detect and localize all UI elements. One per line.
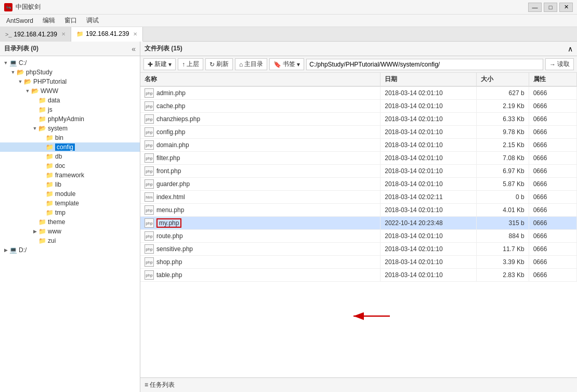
close-button[interactable]: ✕ bbox=[559, 3, 573, 12]
file-icon: php bbox=[145, 257, 154, 267]
new-label: 新建 bbox=[154, 60, 167, 69]
table-row[interactable]: phpfront.php2018-03-14 02:01:106.97 Kb06… bbox=[140, 165, 577, 178]
go-button[interactable]: → 读取 bbox=[545, 58, 574, 70]
table-row[interactable]: phpadmin.php2018-03-14 02:01:10627 b0666 bbox=[140, 86, 577, 100]
table-row[interactable]: phpcache.php2018-03-14 02:01:102.19 Kb06… bbox=[140, 100, 577, 113]
tab-terminal[interactable]: >_ 192.168.41.239 ✕ bbox=[0, 27, 71, 42]
tab-filemanager[interactable]: 📁 192.168.41.239 ✕ bbox=[71, 27, 143, 42]
tree-item-module[interactable]: 📁 module bbox=[0, 189, 140, 199]
file-date: 2018-03-14 02:01:10 bbox=[381, 269, 477, 282]
refresh-button[interactable]: ↻ 刷新 bbox=[205, 58, 233, 70]
file-attr: 0666 bbox=[529, 113, 576, 126]
home-icon: ⌂ bbox=[239, 61, 243, 68]
table-row[interactable]: phptable.php2018-03-14 02:01:102.83 Kb06… bbox=[140, 269, 577, 282]
file-name-cell: phpsensitive.php bbox=[140, 243, 381, 256]
file-date: 2018-03-14 02:01:10 bbox=[381, 256, 477, 269]
table-row[interactable]: phpmenu.php2018-03-14 02:01:104.01 Kb066… bbox=[140, 204, 577, 217]
col-header-name: 名称 bbox=[140, 73, 381, 86]
tree-item-config[interactable]: 📁 config bbox=[0, 142, 140, 152]
file-name-label: sensitive.php bbox=[156, 245, 193, 253]
left-panel-header: 目录列表 (0) « bbox=[0, 42, 140, 56]
table-row[interactable]: phpsensitive.php2018-03-14 02:01:1011.7 … bbox=[140, 243, 577, 256]
tree-label-data: data bbox=[48, 97, 60, 104]
left-panel-collapse[interactable]: « bbox=[132, 45, 136, 53]
tree-item-bin[interactable]: 📁 bin bbox=[0, 133, 140, 142]
folder-icon-template: 📁 bbox=[46, 200, 54, 207]
tab-terminal-close[interactable]: ✕ bbox=[61, 31, 65, 37]
file-attr: 0666 bbox=[529, 230, 576, 243]
tree-label-doc: doc bbox=[55, 162, 65, 169]
tree-item-c-drive[interactable]: ▼ 💻 C:/ bbox=[0, 58, 140, 68]
path-input[interactable] bbox=[306, 59, 543, 70]
file-name-label: menu.php bbox=[156, 206, 184, 214]
right-panel: 文件列表 (15) ∧ ✚ 新建 ▾ ↑ 上层 ↻ 刷新 ⌂ 主目录 bbox=[140, 42, 577, 392]
table-row[interactable]: phproute.php2018-03-14 02:01:10884 b0666 bbox=[140, 230, 577, 243]
tree-item-phpstudy[interactable]: ▼ 📂 phpStudy bbox=[0, 68, 140, 77]
tree-label-phpstudy: phpStudy bbox=[26, 69, 53, 76]
file-attr: 0666 bbox=[529, 217, 576, 230]
right-panel-title: 文件列表 (15) bbox=[145, 44, 182, 53]
right-panel-collapse[interactable]: ∧ bbox=[568, 45, 573, 53]
tree-item-d-drive[interactable]: ▶ 💻 D:/ bbox=[0, 245, 140, 255]
folder-icon-theme: 📁 bbox=[38, 218, 46, 226]
tree-label-template: template bbox=[55, 200, 79, 207]
tree-item-doc[interactable]: 📁 doc bbox=[0, 161, 140, 171]
tree-item-zui[interactable]: 📁 zui bbox=[0, 236, 140, 245]
tab-filemanager-label: 192.168.41.239 bbox=[86, 30, 129, 37]
menu-antsword[interactable]: AntSword bbox=[2, 16, 37, 25]
table-row[interactable]: phpconfig.php2018-03-14 02:01:109.78 Kb0… bbox=[140, 126, 577, 139]
tree-item-tmp[interactable]: 📁 tmp bbox=[0, 208, 140, 217]
tree-item-theme[interactable]: 📁 theme bbox=[0, 217, 140, 227]
table-row[interactable]: phpshop.php2018-03-14 02:01:103.39 Kb066… bbox=[140, 256, 577, 269]
main-content: 目录列表 (0) « ▼ 💻 C:/ ▼ 📂 phpStudy ▼ 📂 PHPT… bbox=[0, 42, 577, 392]
tree-item-data[interactable]: 📁 data bbox=[0, 96, 140, 105]
app-icon: 🐜 bbox=[4, 3, 12, 11]
tab-filemanager-close[interactable]: ✕ bbox=[133, 31, 137, 37]
folder-icon-phpstudy: 📂 bbox=[17, 69, 24, 76]
tree-item-www2[interactable]: ▶ 📁 www bbox=[0, 227, 140, 236]
home-button[interactable]: ⌂ 主目录 bbox=[235, 58, 267, 70]
tree-item-lib[interactable]: 📁 lib bbox=[0, 180, 140, 189]
folder-icon-doc: 📁 bbox=[46, 162, 54, 169]
file-date: 2018-03-14 02:01:10 bbox=[381, 243, 477, 256]
bookmark-button[interactable]: 🔖 书签 ▾ bbox=[269, 58, 304, 70]
tree-item-phptutorial[interactable]: ▼ 📂 PHPTutorial bbox=[0, 77, 140, 86]
file-size: 9.78 Kb bbox=[476, 126, 529, 139]
folder-icon-www2: 📁 bbox=[38, 228, 46, 235]
tree-item-db[interactable]: 📁 db bbox=[0, 152, 140, 161]
folder-icon-module: 📁 bbox=[46, 190, 54, 198]
file-attr: 0666 bbox=[529, 256, 576, 269]
table-row[interactable]: phpmy.php2022-10-14 20:23:48315 b0666 bbox=[140, 217, 577, 230]
tree-item-framework[interactable]: 📁 framework bbox=[0, 171, 140, 180]
folder-icon-framework: 📁 bbox=[46, 172, 54, 179]
folder-icon-bin: 📁 bbox=[46, 134, 54, 141]
minimize-button[interactable]: — bbox=[528, 3, 542, 12]
menu-edit[interactable]: 编辑 bbox=[38, 15, 59, 26]
tree-label-config: config bbox=[55, 143, 75, 151]
file-icon: php bbox=[145, 179, 154, 189]
menu-window[interactable]: 窗口 bbox=[60, 15, 81, 26]
folder-icon-db: 📁 bbox=[46, 153, 54, 160]
file-date: 2018-03-14 02:01:10 bbox=[381, 86, 477, 100]
folder-tab-icon: 📁 bbox=[76, 31, 84, 37]
maximize-button[interactable]: □ bbox=[544, 3, 557, 12]
file-name-label: index.html bbox=[156, 193, 185, 201]
file-date: 2018-03-14 02:02:11 bbox=[381, 191, 477, 204]
file-name-label: chanzhieps.php bbox=[156, 115, 200, 123]
table-row[interactable]: phpguarder.php2018-03-14 02:01:105.87 Kb… bbox=[140, 178, 577, 191]
tree-item-template[interactable]: 📁 template bbox=[0, 199, 140, 208]
table-row[interactable]: phpdomain.php2018-03-14 02:01:102.15 Kb0… bbox=[140, 139, 577, 152]
tree-item-system[interactable]: ▼ 📂 system bbox=[0, 124, 140, 133]
tree-label-bin: bin bbox=[55, 134, 63, 141]
tree-item-phpmyadmin[interactable]: 📁 phpMyAdmin bbox=[0, 114, 140, 124]
table-row[interactable]: htmindex.html2018-03-14 02:02:110 b0666 bbox=[140, 191, 577, 204]
up-button[interactable]: ↑ 上层 bbox=[178, 58, 203, 70]
tree-item-www[interactable]: ▼ 📂 WWW bbox=[0, 86, 140, 96]
menu-debug[interactable]: 调试 bbox=[82, 15, 103, 26]
table-row[interactable]: phpfilter.php2018-03-14 02:01:107.08 Kb0… bbox=[140, 152, 577, 165]
table-row[interactable]: phpchanzhieps.php2018-03-14 02:01:106.33… bbox=[140, 113, 577, 126]
left-panel: 目录列表 (0) « ▼ 💻 C:/ ▼ 📂 phpStudy ▼ 📂 PHPT… bbox=[0, 42, 140, 392]
tree-item-js[interactable]: 📁 js bbox=[0, 105, 140, 114]
new-button[interactable]: ✚ 新建 ▾ bbox=[143, 58, 176, 70]
folder-icon-config: 📁 bbox=[46, 143, 54, 151]
